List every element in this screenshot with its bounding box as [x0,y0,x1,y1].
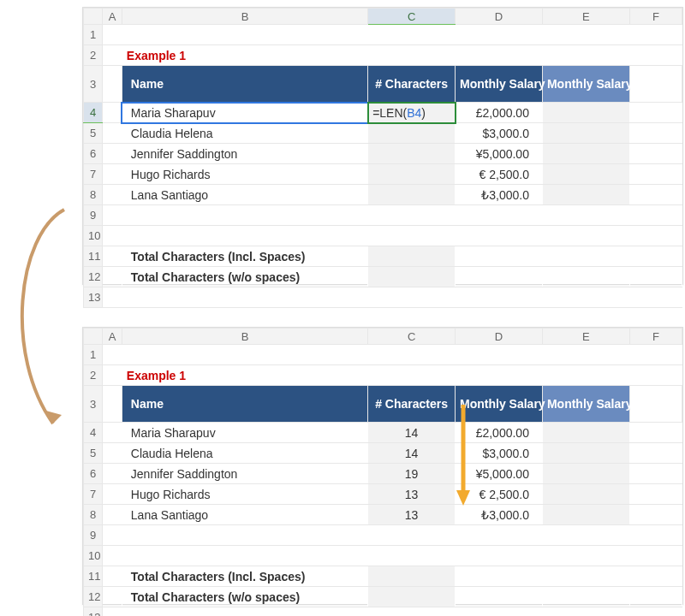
cell-C11[interactable] [368,246,456,267]
rowhdr-3[interactable]: 3 [84,66,103,103]
rowhdr-7[interactable]: 7 [84,164,103,185]
rowhdr-9[interactable]: 9 [84,205,103,226]
cell-D7[interactable]: € 2,500.0 [456,164,543,185]
cell-E5[interactable] [542,123,629,144]
colhdr-A[interactable]: A [103,9,122,25]
header-name: Name [122,66,367,103]
grid-before[interactable]: A B C D E F 1 2 Example 1 3 Name # Chara… [83,8,682,308]
cell-C7[interactable] [368,164,456,185]
cell-C4-b[interactable]: 14 [368,423,456,443]
svg-marker-0 [43,410,62,424]
cell-E6[interactable] [542,144,629,164]
cell-D6[interactable]: ¥5,000.00 [456,144,543,164]
cell-C5-b[interactable]: 14 [368,443,456,464]
cell-C6-b[interactable]: 19 [368,464,456,484]
example-title-b: Example 1 [122,365,367,386]
column-headers: A B C D E F [84,9,682,25]
total-incl-label: Total Characters (Incl. Spaces) [122,246,367,267]
colhdr-F-b[interactable]: F [629,329,682,345]
colhdr-C[interactable]: C [368,9,456,25]
formula-suffix: ) [421,106,426,120]
colhdr-D[interactable]: D [456,9,543,25]
cell-D8[interactable]: ₺3,000.0 [456,185,543,205]
cell-E8[interactable] [542,185,629,205]
rowhdr-13[interactable]: 13 [84,287,103,308]
header-salary2: Monthly Salary [542,66,629,103]
cell-D5[interactable]: $3,000.0 [456,123,543,144]
colhdr-B[interactable]: B [122,9,367,25]
spreadsheet-before: A B C D E F 1 2 Example 1 3 Name # Chara… [82,7,683,285]
cell-C4[interactable]: =LEN(B4) [368,103,456,123]
rowhdr-5[interactable]: 5 [84,123,103,144]
header-chars: # Characters [368,66,456,103]
cell-E7[interactable] [542,164,629,185]
rowhdr-2[interactable]: 2 [84,45,103,66]
spreadsheet-after: A B C D E F 1 2 Example 1 3 Name # Chara… [82,327,683,605]
example-title: Example 1 [122,45,367,66]
transition-arrow [0,201,86,441]
cell-C8-b[interactable]: 13 [368,505,456,525]
cell-B4[interactable]: Maria Sharapuv [122,103,367,123]
rowhdr-6[interactable]: 6 [84,144,103,164]
cell-D4[interactable]: £2,000.00 [456,103,543,123]
colhdr-C-b[interactable]: C [368,329,456,345]
rowhdr-11[interactable]: 11 [84,246,103,267]
cell-C6[interactable] [368,144,456,164]
cell-E4[interactable] [542,103,629,123]
rowhdr-8[interactable]: 8 [84,185,103,205]
cell-C7-b[interactable]: 13 [368,484,456,505]
header-salary1: Monthly Salary [456,66,543,103]
cell-B7[interactable]: Hugo Richards [122,164,367,185]
cell-B5[interactable]: Claudia Helena [122,123,367,144]
column-headers-b: A B C D E F [84,329,682,345]
formula-prefix: =LEN( [372,106,407,120]
rowhdr-1[interactable]: 1 [84,25,103,45]
colhdr-E-b[interactable]: E [542,329,629,345]
total-wo-label: Total Characters (w/o spaces) [122,267,367,287]
colhdr-D-b[interactable]: D [456,329,543,345]
cell-C8[interactable] [368,185,456,205]
rowhdr-12[interactable]: 12 [84,267,103,287]
corner[interactable] [84,9,103,25]
cell-B6[interactable]: Jennifer Saddington [122,144,367,164]
cell-C12[interactable] [368,267,456,287]
cell-C5[interactable] [368,123,456,144]
grid-after[interactable]: A B C D E F 1 2 Example 1 3 Name # Chara… [83,328,682,616]
colhdr-A-b[interactable]: A [103,329,122,345]
colhdr-E[interactable]: E [542,9,629,25]
corner-b[interactable] [84,329,103,345]
formula-ref: B4 [407,106,421,120]
cell-B8[interactable]: Lana Santiago [122,185,367,205]
rowhdr-10[interactable]: 10 [84,226,103,246]
colhdr-F[interactable]: F [629,9,682,25]
colhdr-B-b[interactable]: B [122,329,367,345]
rowhdr-4[interactable]: 4 [84,103,103,123]
